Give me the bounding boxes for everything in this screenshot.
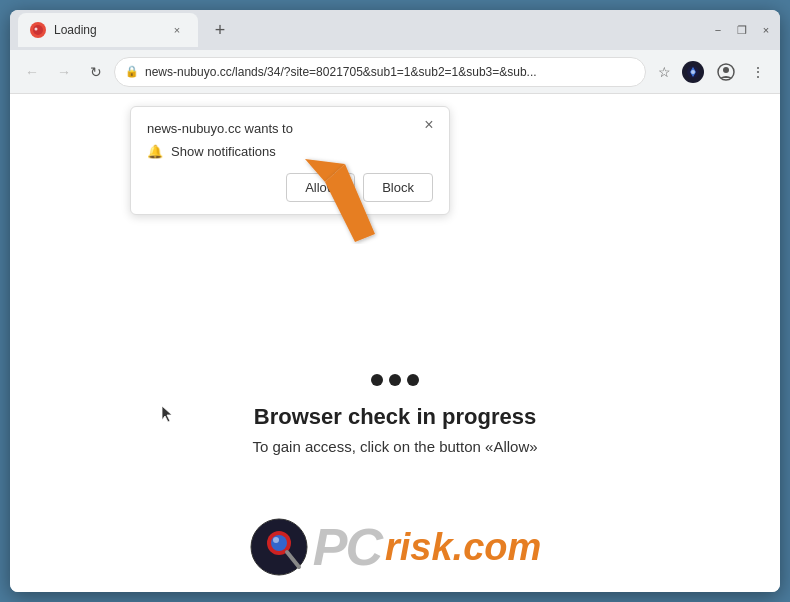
dot-3	[407, 374, 419, 386]
notification-popup: × news-nubuyo.cc wants to 🔔 Show notific…	[130, 106, 450, 215]
restore-button[interactable]: ❐	[736, 24, 748, 36]
risk-logo-text: risk.com	[385, 526, 541, 569]
back-button[interactable]: ←	[18, 58, 46, 86]
svg-point-5	[723, 67, 729, 73]
vpn-icon	[682, 61, 704, 83]
profile-button[interactable]	[712, 58, 740, 86]
svg-marker-7	[325, 164, 375, 242]
popup-site-text: news-nubuyo.cc wants to	[147, 121, 433, 136]
tab-favicon	[30, 22, 46, 38]
popup-buttons: Allow Block	[147, 173, 433, 202]
browser-window: Loading × + − ❐ × ← → ↻ 🔒 news-nubuyo.cc…	[10, 10, 780, 592]
pcrisk-icon	[249, 517, 309, 577]
dot-1	[371, 374, 383, 386]
popup-permission-row: 🔔 Show notifications	[147, 144, 433, 159]
dot-2	[389, 374, 401, 386]
close-window-button[interactable]: ×	[760, 24, 772, 36]
browser-check-subtitle: To gain access, click on the button «All…	[252, 438, 537, 455]
forward-button[interactable]: →	[50, 58, 78, 86]
new-tab-button[interactable]: +	[206, 16, 234, 44]
arrow-container	[300, 154, 380, 248]
pcrisk-logo: PC risk.com	[249, 517, 542, 577]
bell-icon: 🔔	[147, 144, 163, 159]
window-controls: − ❐ ×	[712, 24, 772, 36]
logo-area: PC risk.com	[10, 502, 780, 592]
bookmark-button[interactable]: ☆	[650, 58, 678, 86]
address-box[interactable]: 🔒 news-nubuyo.cc/lands/34/?site=8021705&…	[114, 57, 646, 87]
popup-close-button[interactable]: ×	[419, 115, 439, 135]
svg-point-1	[35, 28, 38, 31]
svg-point-10	[271, 535, 287, 551]
arrow-icon	[300, 154, 380, 244]
browser-check-title: Browser check in progress	[254, 404, 536, 430]
loading-dots	[371, 374, 419, 386]
pc-logo-text: PC	[313, 517, 381, 577]
mouse-cursor	[160, 404, 174, 424]
lock-icon: 🔒	[125, 65, 139, 78]
address-text: news-nubuyo.cc/lands/34/?site=8021705&su…	[145, 65, 635, 79]
page-content: × news-nubuyo.cc wants to 🔔 Show notific…	[10, 94, 780, 592]
permission-label: Show notifications	[171, 144, 276, 159]
title-bar: Loading × + − ❐ ×	[10, 10, 780, 50]
svg-point-11	[273, 537, 279, 543]
minimize-button[interactable]: −	[712, 24, 724, 36]
svg-point-0	[33, 25, 43, 35]
menu-button[interactable]: ⋮	[744, 58, 772, 86]
active-tab[interactable]: Loading ×	[18, 13, 198, 47]
tab-close-button[interactable]: ×	[168, 21, 186, 39]
tab-title: Loading	[54, 23, 160, 37]
svg-point-3	[691, 70, 695, 74]
address-bar-row: ← → ↻ 🔒 news-nubuyo.cc/lands/34/?site=80…	[10, 50, 780, 94]
reload-button[interactable]: ↻	[82, 58, 110, 86]
